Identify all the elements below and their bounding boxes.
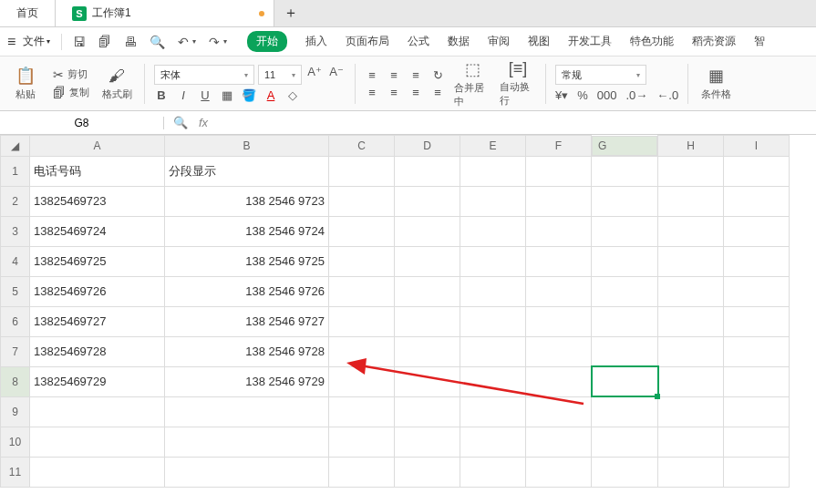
align-mid-button[interactable]: ≡ — [387, 68, 401, 82]
cell[interactable] — [592, 156, 658, 186]
undo-icon[interactable]: ↶ — [178, 35, 189, 49]
cell[interactable] — [395, 246, 460, 276]
comma-button[interactable]: 000 — [597, 88, 617, 102]
align-center-button[interactable]: ≡ — [387, 86, 401, 99]
cell[interactable] — [526, 186, 592, 216]
dec-decimal-button[interactable]: ←.0 — [656, 88, 678, 102]
undo-dd-icon[interactable]: ▾ — [192, 37, 196, 46]
print-icon[interactable]: 🖶 — [124, 35, 137, 49]
tab-workbook[interactable]: S 工作簿1 — [56, 0, 274, 26]
cell[interactable] — [724, 276, 790, 306]
number-format-select[interactable]: 常规▾ — [555, 65, 646, 85]
cell[interactable] — [592, 427, 658, 457]
cell[interactable] — [658, 216, 724, 246]
cell[interactable] — [526, 396, 592, 427]
cell[interactable]: 13825469729 — [30, 366, 165, 396]
print-preview-icon[interactable]: 🔍 — [150, 35, 165, 49]
cell[interactable] — [329, 246, 395, 276]
cell[interactable] — [460, 156, 526, 186]
cell[interactable] — [526, 306, 592, 336]
row-header[interactable]: 2 — [1, 186, 30, 216]
cell[interactable] — [724, 457, 790, 487]
merge-center-button[interactable]: ⬚ 合并居中 — [454, 59, 491, 108]
orientation-button[interactable]: ↻ — [430, 68, 445, 82]
row-header[interactable]: 7 — [1, 336, 30, 366]
cell[interactable] — [592, 457, 658, 487]
cell[interactable] — [526, 366, 592, 396]
wrap-text-button[interactable]: [≡] 自动换行 — [500, 59, 536, 108]
cell[interactable] — [460, 336, 526, 366]
cell[interactable] — [329, 186, 395, 216]
tab-home[interactable]: 首页 — [0, 0, 56, 26]
cell[interactable] — [526, 457, 592, 487]
cell[interactable] — [724, 216, 790, 246]
row-header[interactable]: 9 — [1, 396, 30, 427]
cell[interactable] — [395, 186, 460, 216]
cell[interactable] — [329, 336, 395, 366]
save-icon[interactable]: 🖫 — [73, 35, 86, 49]
cell[interactable] — [526, 276, 592, 306]
col-header-D[interactable]: D — [395, 136, 460, 157]
cell[interactable] — [526, 336, 592, 366]
cell[interactable] — [329, 457, 395, 487]
cell[interactable]: 138 2546 9726 — [165, 276, 329, 306]
cell[interactable] — [460, 246, 526, 276]
fill-color-button[interactable]: 🪣 — [242, 88, 256, 102]
cell[interactable] — [329, 396, 395, 427]
cell[interactable]: 13825469727 — [30, 306, 165, 336]
ribbon-insert[interactable]: 插入 — [305, 34, 327, 49]
cell[interactable] — [395, 457, 460, 487]
cell[interactable]: 138 2546 9723 — [165, 186, 329, 216]
align-right-button[interactable]: ≡ — [408, 86, 423, 99]
cell[interactable] — [658, 336, 724, 366]
cell[interactable] — [658, 366, 724, 396]
cell[interactable] — [724, 427, 790, 457]
cell[interactable] — [30, 427, 165, 457]
name-box[interactable] — [0, 117, 164, 129]
cell[interactable] — [592, 336, 658, 366]
underline-button[interactable]: U — [198, 88, 212, 102]
select-all-corner[interactable]: ◢ — [1, 136, 30, 157]
ribbon-review[interactable]: 审阅 — [488, 34, 510, 49]
cell[interactable] — [592, 186, 658, 216]
cell[interactable] — [592, 246, 658, 276]
cell[interactable]: 电话号码 — [30, 156, 165, 186]
currency-button[interactable]: ¥▾ — [555, 88, 568, 102]
ribbon-data[interactable]: 数据 — [448, 34, 470, 49]
cell[interactable] — [460, 396, 526, 427]
paste-button[interactable]: 📋 粘贴 — [7, 66, 44, 101]
save-as-icon[interactable]: 🗐 — [98, 35, 111, 49]
cell[interactable]: 138 2546 9725 — [165, 246, 329, 276]
cell[interactable]: 138 2546 9727 — [165, 306, 329, 336]
cell[interactable] — [724, 366, 790, 396]
font-color-button[interactable]: A — [263, 88, 278, 102]
cell[interactable] — [592, 276, 658, 306]
cell[interactable]: 138 2546 9724 — [165, 216, 329, 246]
ribbon-view[interactable]: 视图 — [528, 34, 550, 49]
col-header-H[interactable]: H — [658, 136, 724, 157]
col-header-G[interactable]: G — [592, 136, 657, 156]
cell[interactable] — [460, 306, 526, 336]
row-header[interactable]: 10 — [1, 427, 30, 457]
add-tab-button[interactable]: ＋ — [274, 4, 307, 23]
cell[interactable] — [395, 276, 460, 306]
selected-cell[interactable] — [592, 366, 658, 396]
formula-input[interactable] — [217, 117, 816, 129]
ribbon-dev[interactable]: 开发工具 — [568, 34, 612, 49]
cell[interactable] — [329, 276, 395, 306]
cell[interactable]: 138 2546 9728 — [165, 336, 329, 366]
cell[interactable] — [526, 427, 592, 457]
cell[interactable] — [658, 396, 724, 427]
cell[interactable] — [329, 366, 395, 396]
col-header-I[interactable]: I — [724, 136, 790, 157]
cell[interactable]: 13825469726 — [30, 276, 165, 306]
cell[interactable]: 13825469728 — [30, 336, 165, 366]
cell[interactable] — [592, 216, 658, 246]
cell[interactable] — [724, 186, 790, 216]
col-header-E[interactable]: E — [460, 136, 526, 157]
row-header[interactable]: 5 — [1, 276, 30, 306]
cell[interactable] — [395, 216, 460, 246]
row-header[interactable]: 1 — [1, 156, 30, 186]
format-painter-button[interactable]: 🖌 格式刷 — [98, 67, 135, 101]
align-left-button[interactable]: ≡ — [365, 86, 379, 99]
